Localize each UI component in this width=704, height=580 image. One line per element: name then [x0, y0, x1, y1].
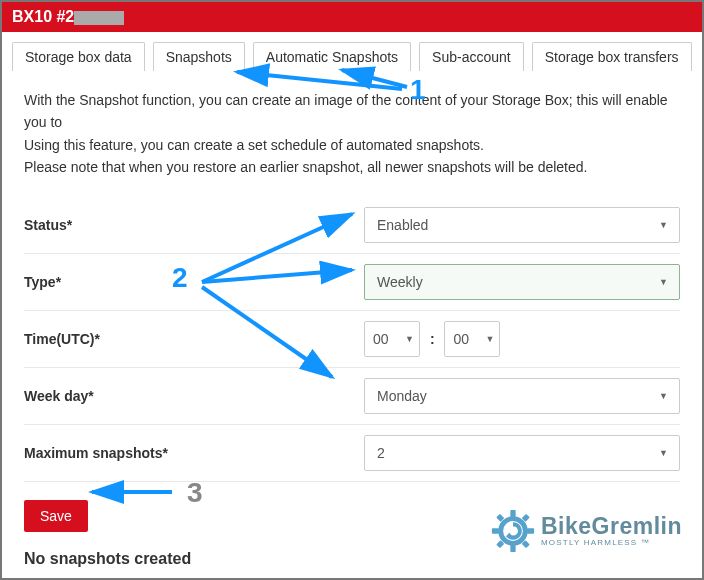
- tab-storage-box-data[interactable]: Storage box data: [12, 42, 145, 71]
- watermark-logo: BikeGremlin MOSTLY HARMLESS ™: [491, 509, 682, 553]
- logo-line1: BikeGremlin: [541, 515, 682, 538]
- time-separator: :: [430, 331, 435, 347]
- select-weekday[interactable]: Monday: [364, 378, 680, 414]
- select-type-wrap: Weekly: [364, 264, 680, 300]
- header-id-obscured: [74, 11, 124, 25]
- save-button[interactable]: Save: [24, 500, 88, 532]
- desc-line: Using this feature, you can create a set…: [24, 134, 680, 156]
- tab-automatic-snapshots[interactable]: Automatic Snapshots: [253, 42, 411, 71]
- select-weekday-wrap: Monday: [364, 378, 680, 414]
- row-status: Status* Enabled: [24, 197, 680, 254]
- description-text: With the Snapshot function, you can crea…: [24, 89, 680, 179]
- tab-label: Storage box transfers: [545, 49, 679, 65]
- label-max-snapshots: Maximum snapshots*: [24, 445, 364, 461]
- tab-label: Automatic Snapshots: [266, 49, 398, 65]
- svg-rect-1: [510, 510, 515, 517]
- tab-snapshots[interactable]: Snapshots: [153, 42, 245, 71]
- select-status-wrap: Enabled: [364, 207, 680, 243]
- label-time: Time(UTC)*: [24, 331, 364, 347]
- row-max-snapshots: Maximum snapshots* 2: [24, 425, 680, 482]
- select-type[interactable]: Weekly: [364, 264, 680, 300]
- row-time: Time(UTC)* 00 : 00: [24, 311, 680, 368]
- content-area: With the Snapshot function, you can crea…: [2, 71, 702, 578]
- header-title-prefix: BX10 #2: [12, 8, 74, 25]
- svg-rect-2: [510, 545, 515, 552]
- save-label: Save: [40, 508, 72, 524]
- page-header: BX10 #2: [2, 2, 702, 32]
- tab-label: Sub-account: [432, 49, 511, 65]
- desc-line: With the Snapshot function, you can crea…: [24, 89, 680, 134]
- select-minute-wrap: 00: [444, 321, 500, 357]
- tab-bar: Storage box data Snapshots Automatic Sna…: [2, 32, 702, 71]
- select-status[interactable]: Enabled: [364, 207, 680, 243]
- desc-line: Please note that when you restore an ear…: [24, 156, 680, 178]
- gear-icon: [491, 509, 535, 553]
- tab-storage-box-transfers[interactable]: Storage box transfers: [532, 42, 692, 71]
- select-max-wrap: 2: [364, 435, 680, 471]
- svg-rect-3: [492, 528, 499, 533]
- label-type: Type*: [24, 274, 364, 290]
- svg-rect-4: [527, 528, 534, 533]
- row-weekday: Week day* Monday: [24, 368, 680, 425]
- select-max-snapshots[interactable]: 2: [364, 435, 680, 471]
- logo-line2: MOSTLY HARMLESS ™: [541, 538, 682, 547]
- select-hour-wrap: 00: [364, 321, 420, 357]
- select-minute[interactable]: 00: [444, 321, 500, 357]
- app-window: BX10 #2 Storage box data Snapshots Autom…: [0, 0, 704, 580]
- row-type: Type* Weekly: [24, 254, 680, 311]
- tab-sub-account[interactable]: Sub-account: [419, 42, 524, 71]
- select-hour[interactable]: 00: [364, 321, 420, 357]
- logo-text: BikeGremlin MOSTLY HARMLESS ™: [541, 515, 682, 547]
- label-weekday: Week day*: [24, 388, 364, 404]
- label-status: Status*: [24, 217, 364, 233]
- tab-label: Storage box data: [25, 49, 132, 65]
- tab-label: Snapshots: [166, 49, 232, 65]
